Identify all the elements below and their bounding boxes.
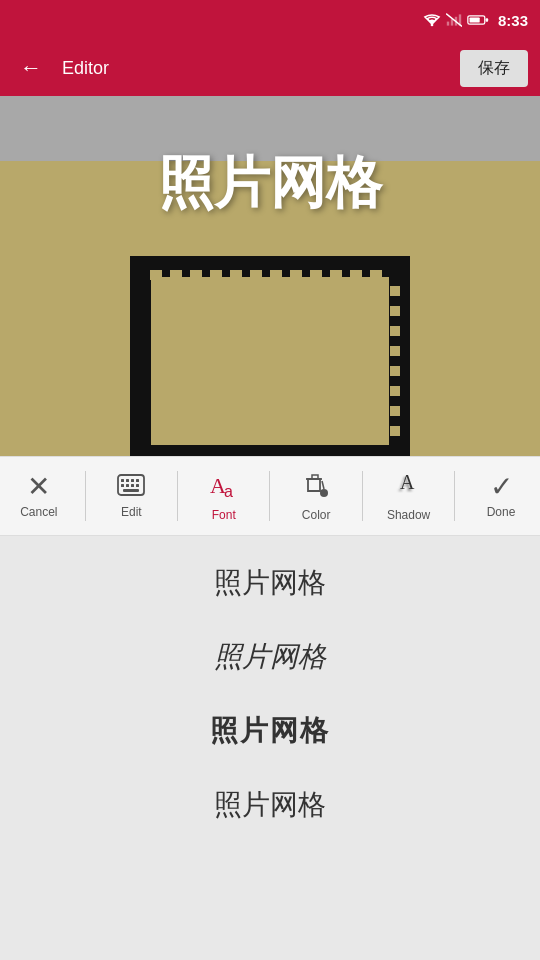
status-bar: 8:33: [0, 0, 540, 40]
edit-label: Edit: [121, 505, 142, 519]
svg-rect-1: [447, 22, 449, 26]
font-toolbar-item[interactable]: A a Font: [192, 465, 256, 528]
svg-rect-7: [486, 18, 489, 21]
cancel-label: Cancel: [20, 505, 57, 519]
svg-rect-37: [131, 484, 134, 487]
svg-rect-35: [121, 484, 124, 487]
separator-2: [177, 471, 178, 521]
svg-rect-14: [230, 270, 242, 280]
edit-toolbar-item[interactable]: Edit: [99, 467, 163, 525]
shadow-toolbar-item[interactable]: A A Shadow: [377, 465, 441, 528]
svg-rect-29: [390, 426, 400, 436]
battery-icon: [467, 13, 489, 27]
wifi-icon: [423, 13, 441, 27]
separator-3: [269, 471, 270, 521]
save-button[interactable]: 保存: [460, 50, 528, 87]
svg-rect-19: [330, 270, 342, 280]
svg-rect-36: [126, 484, 129, 487]
check-icon: ✓: [490, 473, 513, 501]
svg-rect-23: [390, 306, 400, 316]
svg-rect-9: [140, 266, 400, 456]
separator-1: [85, 471, 86, 521]
done-toolbar-item[interactable]: ✓ Done: [469, 467, 533, 525]
canvas-area: 照片网格: [0, 96, 540, 456]
svg-rect-13: [210, 270, 222, 280]
shadow-label: Shadow: [387, 508, 430, 522]
svg-rect-22: [390, 286, 400, 296]
svg-rect-38: [136, 484, 139, 487]
svg-rect-39: [123, 489, 139, 492]
svg-rect-18: [310, 270, 322, 280]
font-list-item[interactable]: 照片网格: [0, 694, 540, 768]
font-list: 照片网格 照片网格 照片网格 照片网格: [0, 536, 540, 852]
shadow-icon: A A: [395, 471, 423, 504]
svg-point-42: [320, 489, 328, 497]
svg-rect-28: [390, 406, 400, 416]
done-label: Done: [487, 505, 516, 519]
svg-rect-27: [390, 386, 400, 396]
svg-rect-8: [470, 17, 480, 22]
svg-rect-10: [150, 270, 162, 280]
svg-rect-33: [131, 479, 134, 482]
cancel-icon: ✕: [27, 473, 50, 501]
svg-rect-11: [170, 270, 182, 280]
color-icon: [302, 471, 330, 504]
font-list-item[interactable]: 照片网格: [0, 546, 540, 620]
font-icon: A a: [208, 471, 240, 504]
separator-5: [454, 471, 455, 521]
svg-text:a: a: [224, 483, 233, 499]
svg-point-0: [431, 24, 434, 27]
app-bar-title: Editor: [62, 58, 448, 79]
svg-rect-26: [390, 366, 400, 376]
toolbar: ✕ Cancel Edit A a: [0, 456, 540, 536]
svg-rect-17: [290, 270, 302, 280]
font-label: Font: [212, 508, 236, 522]
svg-rect-31: [121, 479, 124, 482]
svg-rect-32: [126, 479, 129, 482]
font-list-item[interactable]: 照片网格: [0, 768, 540, 842]
app-bar: ← Editor 保存: [0, 40, 540, 96]
svg-rect-12: [190, 270, 202, 280]
svg-rect-25: [390, 346, 400, 356]
film-frame: [130, 256, 410, 456]
font-list-item[interactable]: 照片网格: [0, 620, 540, 694]
cancel-toolbar-item[interactable]: ✕ Cancel: [7, 467, 71, 525]
keyboard-icon: [117, 473, 145, 501]
color-toolbar-item[interactable]: Color: [284, 465, 348, 528]
svg-text:A: A: [400, 471, 415, 493]
back-button[interactable]: ←: [12, 51, 50, 85]
color-label: Color: [302, 508, 331, 522]
svg-rect-21: [370, 270, 382, 280]
status-time: 8:33: [498, 12, 528, 29]
svg-rect-34: [136, 479, 139, 482]
svg-rect-2: [451, 19, 453, 25]
svg-rect-20: [350, 270, 362, 280]
svg-rect-16: [270, 270, 282, 280]
svg-rect-24: [390, 326, 400, 336]
separator-4: [362, 471, 363, 521]
svg-rect-15: [250, 270, 262, 280]
canvas-title[interactable]: 照片网格: [0, 146, 540, 222]
signal-icon: [446, 13, 462, 27]
